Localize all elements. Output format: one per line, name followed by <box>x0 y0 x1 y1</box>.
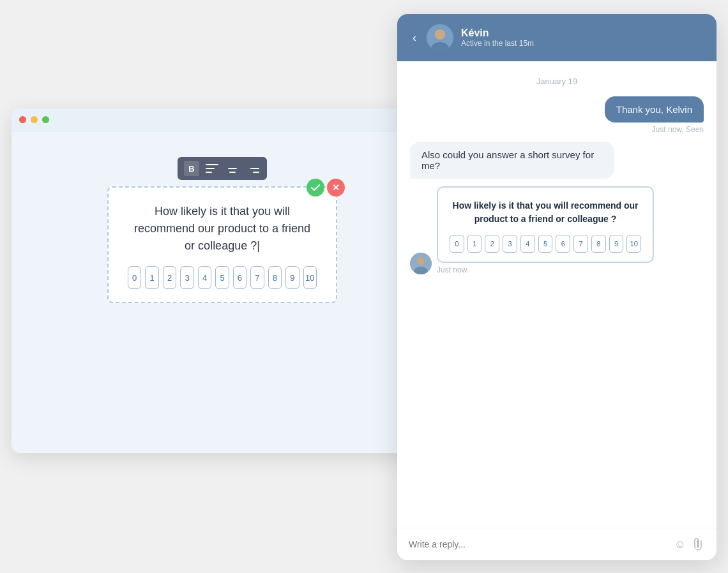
attach-icon[interactable] <box>690 535 708 553</box>
survey-question: How likely is it that you will recommend… <box>450 199 641 226</box>
chat-header-avatar <box>427 24 453 51</box>
survey-nps-btn-0[interactable]: 0 <box>450 235 464 253</box>
align-right-button[interactable] <box>245 161 261 176</box>
survey-message-row: How likely is it that you will recommend… <box>410 186 704 274</box>
survey-nps-btn-10[interactable]: 10 <box>626 235 641 253</box>
emoji-icon[interactable]: ☺ <box>674 538 686 551</box>
nps-action-buttons: ✕ <box>307 179 345 197</box>
survey-nps-btn-8[interactable]: 8 <box>591 235 606 253</box>
nps-scale-btn-6[interactable]: 6 <box>233 266 246 289</box>
survey-card: How likely is it that you will recommend… <box>437 186 654 263</box>
survey-nps-btn-2[interactable]: 2 <box>485 235 499 253</box>
back-button[interactable]: ‹ <box>410 29 419 46</box>
sent-message-content: Thank you, Kelvin Just now. Seen <box>605 96 704 134</box>
nps-editor-question[interactable]: How likely is it that you will recommend… <box>128 203 317 255</box>
window-dot-yellow[interactable] <box>31 116 38 123</box>
nps-scale-btn-10[interactable]: 10 <box>303 266 317 289</box>
chat-header: ‹ Kévin Active in the last 15m <box>397 14 717 61</box>
user-avatar <box>410 253 432 274</box>
received-bubble: Also could you answer a short survey for… <box>410 142 614 179</box>
chat-header-info: Kévin Active in the last 15m <box>461 27 704 48</box>
sent-message-meta: Just now. Seen <box>605 125 704 134</box>
chat-footer: ☺ <box>397 528 717 560</box>
align-center-button[interactable] <box>225 161 240 176</box>
editor-body: B <box>11 131 433 329</box>
chat-contact-status: Active in the last 15m <box>461 39 704 48</box>
svg-point-1 <box>435 29 445 40</box>
survey-nps-btn-1[interactable]: 1 <box>467 235 482 253</box>
bold-button[interactable]: B <box>184 161 199 176</box>
chat-window: ‹ Kévin Active in the last 15m January 1… <box>397 14 717 560</box>
nps-scale-editor: 012345678910 <box>128 266 317 289</box>
nps-scale-btn-0[interactable]: 0 <box>128 266 141 289</box>
nps-scale-btn-4[interactable]: 4 <box>198 266 211 289</box>
editor-window: B <box>11 108 433 453</box>
window-dot-red[interactable] <box>19 116 26 123</box>
survey-nps-btn-9[interactable]: 9 <box>609 235 624 253</box>
chat-contact-name: Kévin <box>461 27 704 39</box>
survey-nps-btn-4[interactable]: 4 <box>520 235 535 253</box>
sent-message: Thank you, Kelvin Just now. Seen <box>410 96 704 134</box>
nps-scale-btn-2[interactable]: 2 <box>163 266 176 289</box>
nps-scale-btn-1[interactable]: 1 <box>145 266 158 289</box>
survey-nps-btn-5[interactable]: 5 <box>538 235 553 253</box>
window-dot-green[interactable] <box>42 116 49 123</box>
nps-scale-btn-8[interactable]: 8 <box>268 266 282 289</box>
nps-scale-btn-7[interactable]: 7 <box>250 266 264 289</box>
received-message: Also could you answer a short survey for… <box>410 142 704 179</box>
reply-input[interactable] <box>409 539 667 549</box>
date-divider: January 19 <box>410 77 704 86</box>
align-left-button[interactable] <box>204 161 220 176</box>
survey-nps-scale: 012345678910 <box>450 235 641 253</box>
cancel-button[interactable]: ✕ <box>327 179 345 197</box>
confirm-button[interactable] <box>307 179 324 197</box>
survey-nps-btn-7[interactable]: 7 <box>573 235 588 253</box>
nps-scale-btn-3[interactable]: 3 <box>180 266 193 289</box>
nps-scale-btn-9[interactable]: 9 <box>285 266 299 289</box>
text-toolbar: B <box>178 157 267 180</box>
survey-meta: Just now. <box>437 265 654 274</box>
sent-bubble: Thank you, Kelvin <box>605 96 704 123</box>
editor-titlebar <box>11 108 433 131</box>
svg-point-4 <box>417 257 425 265</box>
nps-editor-card: ✕ How likely is it that you will recomme… <box>107 186 337 303</box>
survey-nps-btn-6[interactable]: 6 <box>556 235 570 253</box>
survey-card-container: How likely is it that you will recommend… <box>437 186 654 274</box>
survey-nps-btn-3[interactable]: 3 <box>503 235 517 253</box>
chat-body: January 19 Thank you, Kelvin Just now. S… <box>397 61 717 528</box>
nps-scale-btn-5[interactable]: 5 <box>215 266 229 289</box>
